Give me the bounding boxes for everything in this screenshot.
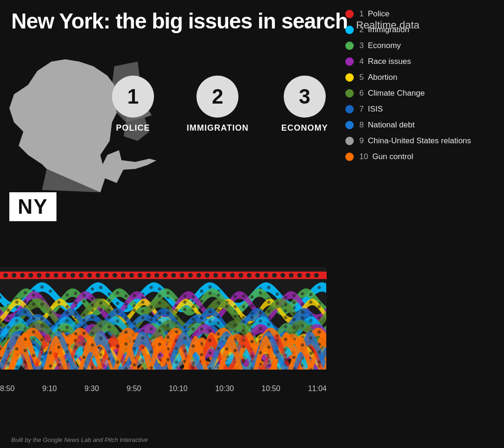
time-label: 9:50 [126, 385, 141, 393]
legend-text: 7 ISIS [359, 105, 383, 114]
legend-item-3: 3 Economy [345, 41, 495, 50]
legend-text: 3 Economy [359, 41, 401, 50]
legend-color-dot [345, 153, 354, 161]
state-label: NY [9, 192, 56, 221]
legend-item-5: 5 Abortion [345, 73, 495, 82]
time-label: 10:50 [262, 385, 280, 393]
legend-color-dot [345, 121, 354, 129]
legend-item-1: 1 Police [345, 9, 495, 19]
time-label: 10:10 [169, 385, 188, 393]
legend-text: 1 Police [359, 9, 390, 19]
legend-item-2: 2 Immigration [345, 25, 495, 35]
legend-color-dot [345, 10, 354, 18]
legend-item-10: 10 Gun control [345, 152, 495, 161]
page-title: New York: the big issues in search [11, 8, 348, 34]
legend-text: 5 Abortion [359, 73, 398, 82]
footer: Built by the Google News Lab and Pitch I… [11, 436, 148, 443]
legend-text: 9 China-United States relations [359, 136, 471, 146]
legend-color-dot [345, 105, 354, 113]
legend-text: 4 Race issues [359, 57, 411, 66]
rank-item-3: 3 ECONOMY [281, 76, 328, 133]
rank-item-1: 1 POLICE [112, 76, 154, 133]
time-label: 9:10 [42, 385, 56, 393]
legend-item-8: 8 National debt [345, 120, 495, 130]
time-axis: 8:509:109:309:5010:1010:3010:5011:04 [0, 382, 327, 393]
chart-area: 8:509:109:309:5010:1010:3010:5011:04 [0, 267, 327, 393]
rank-circle-2: 2 [196, 76, 238, 118]
time-label: 9:30 [84, 385, 99, 393]
legend-color-dot [345, 42, 354, 50]
legend-color-dot [345, 137, 354, 145]
left-column: NY 1 POLICE 2 IMMIGRATION 3 ECONOMY [0, 38, 327, 421]
rank-label-3: ECONOMY [281, 123, 328, 133]
legend-color-dot [345, 57, 354, 66]
rank-circle-1: 1 [112, 76, 154, 118]
legend-item-9: 9 China-United States relations [345, 136, 495, 146]
legend-text: 2 Immigration [359, 25, 409, 35]
legend-color-dot [345, 73, 354, 82]
time-label: 10:30 [215, 385, 234, 393]
legend-item-7: 7 ISIS [345, 105, 495, 114]
legend-item-6: 6 Climate Change [345, 89, 495, 98]
rank-item-2: 2 IMMIGRATION [187, 76, 249, 133]
ribbon-canvas [0, 267, 327, 370]
legend-color-dot [345, 26, 354, 34]
time-label: 11:04 [308, 385, 327, 393]
rank-label-2: IMMIGRATION [187, 123, 249, 133]
legend-text: 10 Gun control [359, 152, 413, 161]
rank-label-1: POLICE [116, 123, 150, 133]
legend-text: 8 National debt [359, 120, 414, 130]
map-area: NY [0, 38, 159, 234]
main-content: NY 1 POLICE 2 IMMIGRATION 3 ECONOMY [0, 38, 504, 421]
legend-item-4: 4 Race issues [345, 57, 495, 66]
legend-text: 6 Climate Change [359, 89, 425, 98]
legend: 1 Police2 Immigration3 Economy4 Race iss… [336, 0, 504, 168]
time-label: 8:50 [0, 385, 14, 393]
top3-rankings: 1 POLICE 2 IMMIGRATION 3 ECONOMY [112, 76, 328, 133]
legend-color-dot [345, 89, 354, 98]
rank-circle-3: 3 [284, 76, 326, 118]
ribbon-chart [0, 267, 327, 370]
